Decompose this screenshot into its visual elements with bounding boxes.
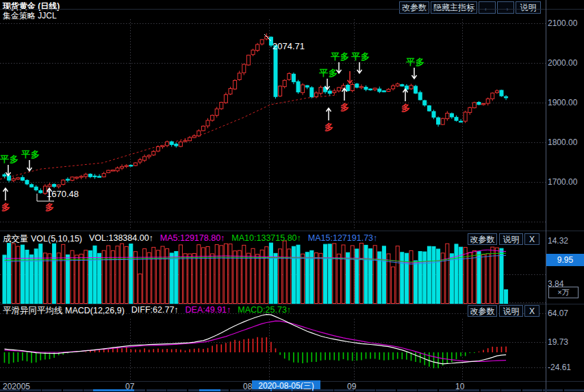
candle-body (215, 109, 218, 115)
candle-body (423, 101, 427, 105)
volume-bar (242, 245, 246, 303)
price-axis-label-2: 1900.00 (548, 98, 577, 107)
white-up-arrow (342, 88, 347, 101)
candle-body (53, 184, 56, 186)
volume-bar (265, 247, 268, 304)
candle-body (310, 88, 314, 96)
white-down-arrow (27, 160, 32, 171)
candle-body (129, 165, 133, 166)
volume-bar (392, 267, 395, 303)
volume-bar (396, 246, 399, 304)
scrollbar-track-segment (42, 389, 62, 391)
volume-header-segment-0: 成交量 VOL(5,10,15) (3, 233, 82, 245)
candle-body (301, 85, 305, 92)
macd-header-segment-3: MACD:25.73↑ (238, 305, 291, 317)
candle-body (355, 84, 359, 88)
scrollbar-track-segment (418, 389, 437, 391)
candle-body (166, 142, 169, 146)
timeline-scrollbar[interactable] (0, 389, 584, 391)
candle-body (369, 89, 372, 90)
candle-body (71, 177, 74, 181)
volume-bar (423, 252, 427, 303)
volume-bar (500, 248, 503, 303)
macd-button-0[interactable]: 改参数 (468, 305, 497, 317)
macd-header-segment-1: DIFF:62.77↑ (131, 305, 179, 317)
volume-bar (437, 249, 440, 303)
volume-bar (342, 245, 345, 304)
candle-body (134, 163, 137, 166)
candle-body (296, 81, 300, 92)
volume-bar (301, 254, 305, 303)
volume-bar (229, 244, 232, 304)
volume-bar (197, 245, 201, 304)
volume-bar (161, 246, 164, 303)
candle-body (455, 117, 458, 120)
scrollbar-track-segment (0, 389, 20, 391)
candle-body (256, 44, 259, 51)
candle-body (378, 89, 381, 92)
volume-bar (324, 244, 327, 303)
volume-bar (401, 252, 404, 304)
candle-body (472, 103, 476, 108)
candle-body (314, 93, 318, 96)
macd-axis-label-2: -24.61 (548, 363, 571, 372)
candle-body (364, 87, 368, 89)
candle-body (283, 80, 286, 86)
macd-indicator-header: 平滑异同平均线 MACD(12,26,9)DIFF:62.77↑DEA:49.9… (3, 305, 291, 317)
trading-app-window: 现货黄金 (日线) 改参数隐藏主指标←→说明 集金策略 JJCL 平多平多平多平… (0, 0, 584, 392)
volume-bar (296, 245, 300, 303)
peak-price-label: 2074.71 (272, 41, 305, 51)
volume-bar (283, 241, 286, 303)
volume-bar (138, 274, 142, 303)
volume-bar (179, 245, 182, 304)
volume-bar (12, 244, 15, 303)
candle-body (464, 112, 467, 121)
candle-body (143, 157, 147, 160)
macd-button-2[interactable]: X (524, 305, 539, 317)
candle-body (62, 180, 65, 184)
volume-header-segment-1: VOL:138384.00↑ (89, 233, 153, 245)
candle-body (459, 121, 463, 122)
volume-header-segment-4: MA15:127191.73↑ (308, 233, 377, 245)
volume-bar (337, 254, 340, 303)
candle-body (396, 84, 399, 86)
volume-button-0[interactable]: 改参数 (468, 233, 497, 245)
signal-long-label: 多 (401, 103, 411, 113)
volume-bar (409, 250, 413, 303)
white-down-arrow (6, 165, 11, 176)
candle-body (8, 176, 11, 181)
scrollbar-track-segment (522, 389, 542, 391)
red-down-arrow (348, 71, 353, 83)
volume-indicator-header: 成交量 VOL(5,10,15)VOL:138384.00↑MA5:129178… (3, 233, 377, 245)
candle-body (292, 74, 295, 81)
volume-button-1[interactable]: 说明 (499, 233, 523, 245)
scrollbar-thumb[interactable] (93, 389, 134, 391)
candle-body (111, 170, 114, 171)
volume-bar (71, 250, 74, 303)
volume-bar (333, 244, 336, 304)
candle-body (346, 85, 350, 90)
volume-bar (147, 252, 151, 303)
volume-bar (441, 253, 444, 304)
scrollbar-track-segment (251, 389, 270, 391)
candle-body (84, 174, 88, 177)
volume-bar (351, 246, 354, 304)
macd-axis-label-1: 19.73 (548, 337, 568, 347)
volume-bar (152, 247, 155, 303)
volume-bar (215, 245, 218, 304)
signal-long-flat-label: 平多 (0, 154, 19, 164)
macd-button-1[interactable]: 说明 (499, 305, 523, 317)
scrollbar-track-segment (439, 389, 459, 391)
trend-line (0, 95, 337, 179)
candle-body (305, 86, 309, 87)
chart-canvas: 平多平多平多平多平多平多多多多多多2074.711670.48 (0, 0, 584, 392)
scrollbar-thumb[interactable] (199, 389, 220, 391)
volume-bar (472, 250, 476, 303)
volume-button-2[interactable]: X (524, 233, 539, 245)
candle-body (156, 146, 160, 151)
macd-axis-label-0: 64.07 (548, 309, 568, 318)
candle-body (152, 151, 155, 155)
volume-header-segment-3: MA10:133715.80↑ (231, 233, 301, 245)
candle-body (39, 191, 42, 193)
candle-body (392, 86, 395, 89)
